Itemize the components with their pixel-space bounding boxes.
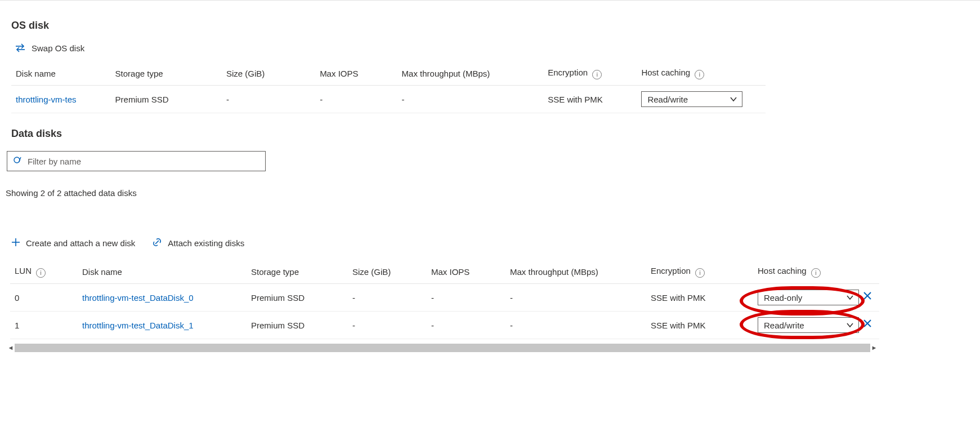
- search-icon: [13, 156, 22, 167]
- os-disk-name-link[interactable]: throttling-vm-tes: [16, 95, 77, 104]
- size-cell: -: [348, 312, 427, 339]
- os-storage-type: Premium SSD: [111, 86, 222, 113]
- data-disks-table: LUN i Disk name Storage type Size (GiB) …: [10, 260, 879, 339]
- size-cell: -: [348, 284, 427, 312]
- col-host-caching: Host caching i: [637, 62, 766, 86]
- scroll-left-arrow[interactable]: ◄: [7, 344, 15, 351]
- os-encryption: SSE with PMK: [543, 86, 637, 113]
- showing-count: Showing 2 of 2 attached data disks: [6, 188, 977, 198]
- create-attach-label: Create and attach a new disk: [26, 238, 135, 248]
- col-max-throughput: Max throughput (MBps): [505, 260, 646, 284]
- encryption-cell: SSE with PMK: [646, 312, 753, 339]
- col-encryption: Encryption i: [543, 62, 637, 86]
- col-disk-name: Disk name: [11, 62, 111, 86]
- swap-os-disk-button[interactable]: Swap OS disk: [15, 43, 84, 53]
- max-throughput-cell: -: [505, 284, 646, 312]
- table-row: 0throttling-vm-test_DataDisk_0Premium SS…: [10, 284, 879, 312]
- info-icon[interactable]: i: [695, 70, 704, 79]
- data-host-caching-dropdown[interactable]: Read/write: [758, 317, 859, 333]
- max-iops-cell: -: [427, 312, 505, 339]
- filter-by-name-field[interactable]: [7, 151, 266, 171]
- data-host-caching-value: Read/write: [764, 321, 804, 330]
- storage-type-cell: Premium SSD: [247, 312, 348, 339]
- col-disk-name: Disk name: [78, 260, 247, 284]
- col-size: Size (GiB): [222, 62, 315, 86]
- horizontal-scrollbar[interactable]: ◄ ►: [7, 343, 878, 353]
- col-size: Size (GiB): [348, 260, 427, 284]
- detach-disk-button[interactable]: [862, 291, 872, 301]
- encryption-cell: SSE with PMK: [646, 284, 753, 312]
- data-disk-name-link[interactable]: throttling-vm-test_DataDisk_1: [82, 321, 194, 330]
- lun-cell: 1: [10, 312, 78, 339]
- attach-existing-disks-button[interactable]: Attach existing disks: [152, 237, 244, 249]
- col-max-iops: Max IOPS: [315, 62, 397, 86]
- data-disks-section-title: Data disks: [11, 128, 977, 140]
- lun-cell: 0: [10, 284, 78, 312]
- storage-type-cell: Premium SSD: [247, 284, 348, 312]
- attach-existing-label: Attach existing disks: [168, 238, 244, 248]
- os-size: -: [222, 86, 315, 113]
- data-host-caching-dropdown[interactable]: Read-only: [758, 290, 859, 305]
- data-host-caching-value: Read-only: [764, 293, 802, 303]
- scroll-track[interactable]: [15, 344, 870, 352]
- col-encryption: Encryption i: [646, 260, 753, 284]
- info-icon[interactable]: i: [695, 268, 705, 278]
- col-lun: LUN i: [10, 260, 78, 284]
- chevron-down-icon: [846, 295, 854, 300]
- col-storage-type: Storage type: [111, 62, 222, 86]
- chevron-down-icon: [846, 322, 854, 328]
- max-iops-cell: -: [427, 284, 505, 312]
- info-icon[interactable]: i: [592, 70, 602, 79]
- scroll-right-arrow[interactable]: ►: [870, 344, 878, 351]
- os-disk-row: throttling-vm-tes Premium SSD - - - SSE …: [11, 86, 766, 113]
- os-host-caching-value: Read/write: [647, 95, 688, 104]
- attach-icon: [152, 237, 162, 249]
- col-storage-type: Storage type: [247, 260, 348, 284]
- col-max-throughput: Max throughput (MBps): [397, 62, 544, 86]
- info-icon[interactable]: i: [36, 268, 46, 278]
- create-attach-disk-button[interactable]: Create and attach a new disk: [11, 238, 135, 248]
- detach-disk-button[interactable]: [862, 318, 872, 328]
- os-max-throughput: -: [397, 86, 544, 113]
- os-max-iops: -: [315, 86, 397, 113]
- swap-os-disk-label: Swap OS disk: [32, 43, 84, 53]
- data-disk-name-link[interactable]: throttling-vm-test_DataDisk_0: [82, 293, 194, 303]
- filter-input[interactable]: [26, 156, 259, 167]
- table-row: 1throttling-vm-test_DataDisk_1Premium SS…: [10, 312, 879, 339]
- col-host-caching: Host caching i: [753, 260, 879, 284]
- plus-icon: [11, 238, 20, 248]
- info-icon[interactable]: i: [811, 268, 821, 278]
- chevron-down-icon: [730, 96, 737, 102]
- max-throughput-cell: -: [505, 312, 646, 339]
- os-host-caching-dropdown[interactable]: Read/write: [641, 91, 742, 107]
- os-disk-table: Disk name Storage type Size (GiB) Max IO…: [11, 62, 766, 113]
- col-max-iops: Max IOPS: [427, 260, 505, 284]
- os-disk-section-title: OS disk: [11, 20, 977, 32]
- swap-icon: [15, 43, 26, 53]
